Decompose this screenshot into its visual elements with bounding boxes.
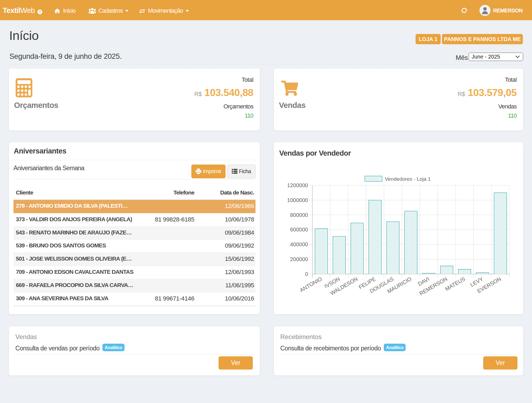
svg-text:800000: 800000: [290, 212, 308, 218]
svg-text:ANTONIO: ANTONIO: [299, 276, 323, 293]
svg-text:600000: 600000: [290, 227, 308, 233]
svg-text:MATEUS: MATEUS: [444, 276, 466, 292]
svg-text:200000: 200000: [290, 256, 308, 262]
svg-text:0: 0: [305, 271, 308, 277]
svg-text:1200000: 1200000: [287, 182, 308, 188]
svg-text:1000000: 1000000: [287, 197, 308, 203]
svg-text:Vendedores - Loja 1: Vendedores - Loja 1: [385, 176, 431, 182]
svg-text:400000: 400000: [290, 241, 308, 247]
